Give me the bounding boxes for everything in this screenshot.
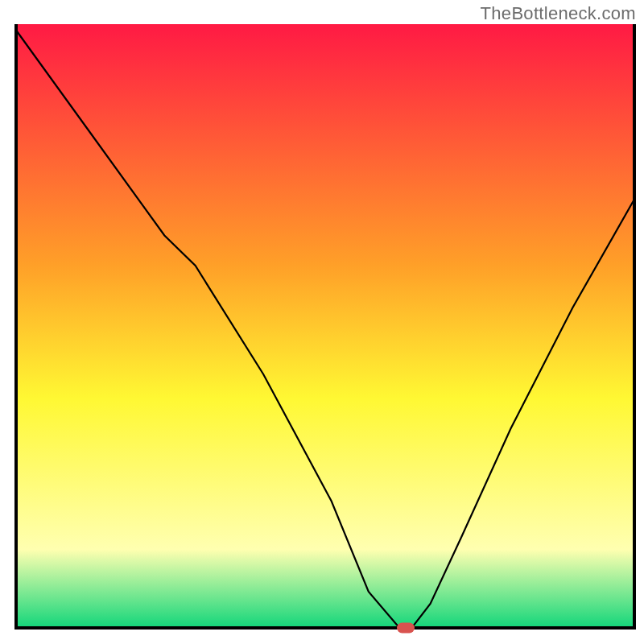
bottleneck-chart xyxy=(0,0,644,644)
optimum-marker xyxy=(397,623,415,634)
watermark-label: TheBottleneck.com xyxy=(481,3,636,24)
chart-container: TheBottleneck.com xyxy=(0,0,644,644)
chart-gradient-background xyxy=(16,24,634,628)
